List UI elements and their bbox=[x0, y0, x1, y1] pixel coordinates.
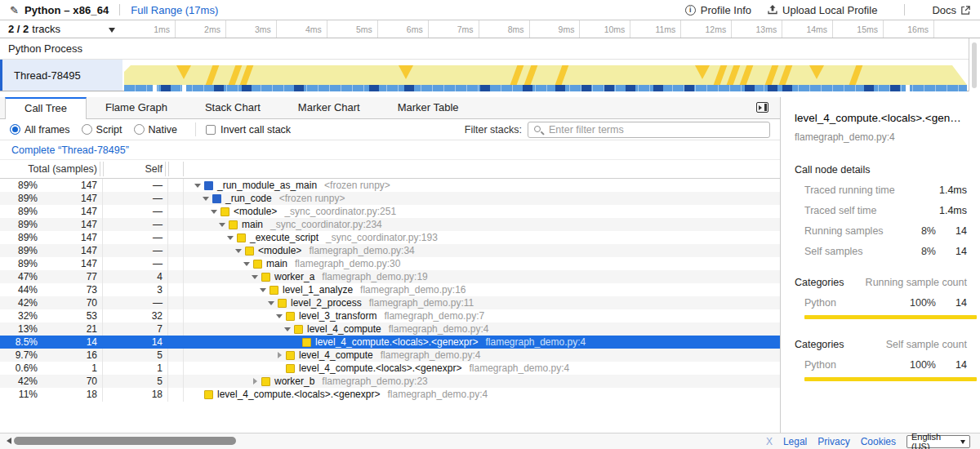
table-row[interactable]: 0.6%11level_4_compute.<locals>.<genexpr>… bbox=[0, 362, 780, 375]
table-row[interactable]: 13%217level_4_computeflamegraph_demo.py:… bbox=[0, 322, 780, 336]
sample-segment-dark bbox=[768, 85, 777, 91]
call-node-details-heading: Call node details bbox=[795, 164, 967, 176]
expand-arrow-icon[interactable] bbox=[251, 375, 261, 388]
invert-call-stack-label: Invert call stack bbox=[220, 124, 291, 136]
row-frame: <module>flamegraph_demo.py:34 bbox=[183, 244, 780, 257]
tracks-scrollbar[interactable] bbox=[972, 42, 977, 88]
profile-info-button[interactable]: i Profile Info bbox=[685, 4, 751, 16]
upload-profile-button[interactable]: Upload Local Profile bbox=[768, 4, 877, 16]
collapse-arrow-icon[interactable] bbox=[194, 179, 204, 192]
table-row[interactable]: 89%147—_run_code<frozen runpy> bbox=[0, 192, 780, 205]
ruler-tick-label: 13ms bbox=[728, 24, 777, 34]
ruler-tick-label: 7ms bbox=[425, 24, 474, 34]
open-sidebar-button[interactable] bbox=[756, 102, 770, 113]
row-frame: level_1_analyzeflamegraph_demo.py:16 bbox=[183, 283, 780, 296]
collapse-arrow-icon[interactable] bbox=[243, 257, 253, 270]
sample-segment-dark bbox=[480, 85, 490, 91]
edit-profile-name-icon[interactable]: ✎ bbox=[10, 4, 19, 16]
sample-segment-dark bbox=[782, 85, 792, 91]
scroll-left-arrow-icon[interactable] bbox=[3, 438, 11, 444]
table-row[interactable]: 8.5%1414level_4_compute.<locals>.<genexp… bbox=[0, 336, 780, 349]
footer-link-cookies[interactable]: Cookies bbox=[861, 436, 896, 447]
frame-file: flamegraph_demo.py:4 bbox=[469, 362, 569, 374]
collapse-arrow-icon[interactable] bbox=[267, 296, 278, 309]
row-self-samples: — bbox=[97, 180, 163, 191]
collapse-arrow-icon[interactable] bbox=[218, 218, 229, 231]
row-total-samples: 147 bbox=[38, 258, 97, 269]
collapse-arrow-icon[interactable] bbox=[259, 283, 270, 296]
scrollbar-thumb[interactable] bbox=[14, 437, 236, 445]
frame-name: level_2_process bbox=[291, 297, 362, 309]
table-row[interactable]: 89%147—mainflamegraph_demo.py:30 bbox=[0, 257, 780, 270]
collapse-arrow-icon[interactable] bbox=[202, 192, 212, 205]
breadcrumb-complete-thread[interactable]: Complete “Thread-78495” bbox=[11, 144, 129, 156]
column-divider bbox=[165, 162, 166, 176]
yellow-frame-icon bbox=[220, 207, 229, 216]
footer-link-legal[interactable]: Legal bbox=[783, 436, 807, 447]
tab-stack-chart[interactable]: Stack Chart bbox=[186, 97, 279, 118]
sample-segment-dark bbox=[369, 85, 379, 91]
process-track-row[interactable]: Python Process bbox=[0, 38, 969, 60]
table-row[interactable]: 9.7%165level_4_computeflamegraph_demo.py… bbox=[0, 349, 780, 362]
filter-stacks-input[interactable] bbox=[528, 122, 770, 138]
thread-activity-graph[interactable] bbox=[122, 60, 969, 91]
tab-call-tree[interactable]: Call Tree bbox=[5, 97, 87, 119]
radio-all-frames[interactable]: All frames bbox=[10, 124, 70, 136]
sidebar-stat-row: Traced running time1.4ms bbox=[795, 184, 967, 196]
table-row[interactable]: 42%70—level_2_processflamegraph_demo.py:… bbox=[0, 296, 780, 309]
language-select[interactable]: English (US) bbox=[906, 435, 970, 448]
footer-link-privacy[interactable]: Privacy bbox=[817, 436, 849, 447]
category-title: Categories bbox=[795, 277, 844, 288]
row-total-samples: 18 bbox=[38, 389, 97, 400]
tab-marker-table[interactable]: Marker Table bbox=[379, 97, 478, 118]
call-tree-toolbar: All frames Script Native Invert call sta… bbox=[0, 119, 780, 140]
column-divider bbox=[103, 162, 104, 176]
table-row[interactable]: 47%774worker_aflamegraph_demo.py:19 bbox=[0, 270, 780, 283]
full-range-button[interactable]: Full Range (17ms) bbox=[131, 4, 218, 16]
sample-segment-dark bbox=[214, 85, 224, 91]
radio-native[interactable]: Native bbox=[134, 124, 177, 136]
tab-marker-chart[interactable]: Marker Chart bbox=[279, 97, 379, 118]
table-row[interactable]: 89%147—_execute_script_sync_coordinator.… bbox=[0, 231, 780, 244]
thread-track-label[interactable]: Thread-78495 bbox=[0, 60, 122, 91]
table-row[interactable]: 11%1818level_4_compute.<locals>.<genexpr… bbox=[0, 388, 780, 401]
collapse-arrow-icon[interactable] bbox=[234, 244, 245, 257]
yellow-frame-icon bbox=[294, 325, 303, 334]
yellow-frame-icon bbox=[286, 364, 295, 373]
column-header-self[interactable]: Self bbox=[102, 163, 163, 175]
tab-flame-graph[interactable]: Flame Graph bbox=[87, 97, 186, 118]
radio-script[interactable]: Script bbox=[82, 124, 122, 136]
tracks-dropdown[interactable]: 2 / 2 tracks bbox=[0, 20, 122, 38]
invert-call-stack-checkbox[interactable]: Invert call stack bbox=[206, 124, 291, 136]
timeline-ruler[interactable]: 1ms2ms3ms4ms5ms6ms7ms8ms9ms10ms11ms12ms1… bbox=[122, 20, 980, 38]
collapse-arrow-icon[interactable] bbox=[226, 231, 237, 244]
timeline-header: 2 / 2 tracks 1ms2ms3ms4ms5ms6ms7ms8ms9ms… bbox=[0, 20, 980, 38]
ruler-tick-label: 6ms bbox=[374, 24, 423, 34]
column-header-total[interactable]: Total (samples) bbox=[0, 163, 97, 175]
thread-track-row[interactable]: Thread-78495 bbox=[0, 60, 969, 91]
sample-segment-dark bbox=[555, 85, 565, 91]
expand-arrow-icon[interactable] bbox=[275, 349, 286, 362]
row-self-samples: — bbox=[97, 232, 163, 243]
table-row[interactable]: 89%147—main_sync_coordinator.py:234 bbox=[0, 218, 780, 231]
frame-name: main bbox=[266, 258, 287, 269]
docs-link[interactable]: Docs bbox=[932, 4, 970, 16]
row-self-samples: 32 bbox=[97, 310, 163, 322]
collapse-arrow-icon[interactable] bbox=[275, 309, 286, 322]
filter-stacks-label: Filter stacks: bbox=[465, 124, 522, 136]
table-row[interactable]: 89%147—<module>flamegraph_demo.py:34 bbox=[0, 244, 780, 257]
profile-title: Python – x86_64 bbox=[24, 4, 109, 16]
table-row[interactable]: 42%705worker_bflamegraph_demo.py:23 bbox=[0, 375, 780, 388]
sample-segment-dark bbox=[626, 85, 635, 91]
table-row[interactable]: 44%733level_1_analyzeflamegraph_demo.py:… bbox=[0, 283, 780, 296]
row-self-samples: — bbox=[97, 206, 163, 217]
footer-link-x[interactable]: X bbox=[766, 436, 773, 447]
table-row[interactable]: 89%147—_run_module_as_main<frozen runpy> bbox=[0, 179, 780, 192]
info-icon: i bbox=[685, 5, 696, 16]
table-row[interactable]: 89%147—<module>_sync_coordinator.py:251 bbox=[0, 205, 780, 218]
collapse-arrow-icon[interactable] bbox=[251, 270, 261, 283]
collapse-arrow-icon[interactable] bbox=[283, 322, 294, 336]
horizontal-scrollbar[interactable] bbox=[0, 433, 780, 449]
table-row[interactable]: 32%5332level_3_transformflamegraph_demo.… bbox=[0, 309, 780, 322]
collapse-arrow-icon[interactable] bbox=[210, 205, 220, 218]
